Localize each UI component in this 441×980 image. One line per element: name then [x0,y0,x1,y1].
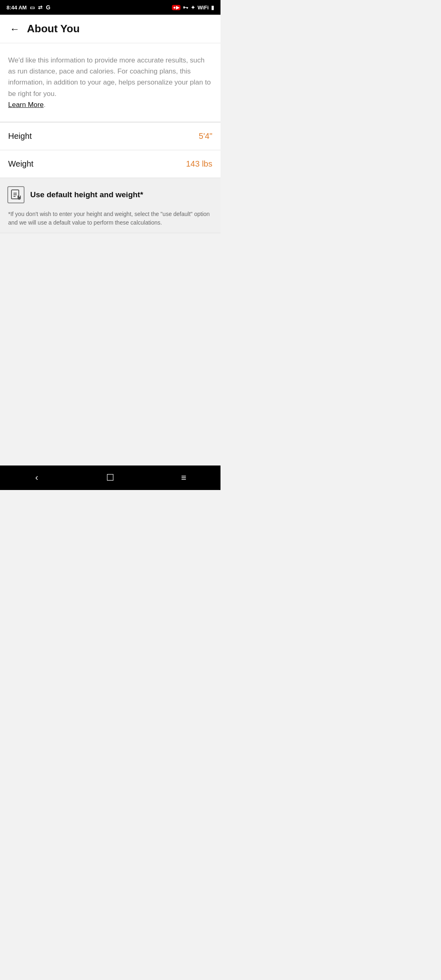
bluetooth-icon: ✦ [191,4,195,11]
settings-section: Height 5'4" Weight 143 lbs [0,122,220,178]
height-row[interactable]: Height 5'4" [0,122,220,150]
checkbox-hand-icon [10,189,22,200]
key-icon: 🗝 [183,4,188,11]
info-description: We'd like this information to provide mo… [8,55,212,110]
back-button[interactable]: ← [7,22,22,36]
nav-home-icon: ☐ [106,472,114,483]
info-section: We'd like this information to provide mo… [0,43,220,122]
status-left: 8:44 AM ▭ ⇄ G [7,4,50,11]
battery-icon: ▮ [211,4,214,11]
record-icon: ●▶ [172,5,180,10]
height-label: Height [8,131,32,141]
rotate-icon: ⇄ [38,4,42,11]
wifi-icon: WiFi [198,4,209,11]
nav-home-button[interactable]: ☐ [100,468,120,488]
top-header: ← About You [0,15,220,43]
weight-row[interactable]: Weight 143 lbs [0,150,220,178]
bottom-nav: ‹ ☐ ≡ [0,466,220,490]
status-bar: 8:44 AM ▭ ⇄ G ●▶ 🗝 ✦ WiFi ▮ [0,0,220,15]
default-option-section: Use default height and weight* *If you d… [0,178,220,233]
nav-back-button[interactable]: ‹ [27,468,47,488]
default-option-label: Use default height and weight* [30,190,143,199]
back-arrow-icon: ← [10,23,20,35]
weight-label: Weight [8,159,33,169]
height-value: 5'4" [199,131,212,141]
nav-back-icon: ‹ [35,472,38,483]
nav-menu-icon: ≡ [181,472,187,483]
default-checkbox[interactable] [7,186,24,203]
default-option-description: *If you don't wish to enter your height … [7,210,213,227]
status-right: ●▶ 🗝 ✦ WiFi ▮ [172,4,214,11]
google-icon: G [46,4,50,11]
bottom-filler [0,233,220,466]
page-title: About You [27,22,80,35]
default-option-row: Use default height and weight* [7,186,213,203]
learn-more-link[interactable]: Learn More [8,101,44,109]
weight-value: 143 lbs [186,159,213,169]
status-time: 8:44 AM [7,4,27,11]
video-icon: ▭ [30,4,35,11]
nav-menu-button[interactable]: ≡ [174,468,194,488]
